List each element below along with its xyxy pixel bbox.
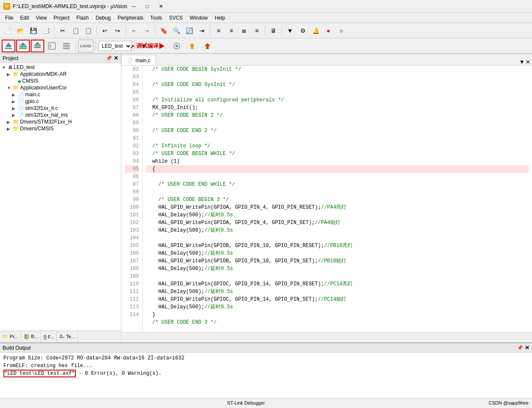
panel-tab-functions[interactable]: {} F... xyxy=(41,331,57,342)
nav-forward-button[interactable]: → xyxy=(141,25,153,37)
tab-list-button[interactable]: ▼ xyxy=(519,59,525,65)
debug-view-button[interactable] xyxy=(170,40,184,52)
menu-tools[interactable]: Tools xyxy=(147,13,166,23)
nav-back-button[interactable]: ← xyxy=(128,25,140,37)
cut-button[interactable]: ✂ xyxy=(57,25,69,37)
menu-peripherals[interactable]: Peripherals xyxy=(114,13,147,23)
minimize-button[interactable]: ─ xyxy=(127,2,140,11)
menu-svcs[interactable]: SVCS xyxy=(166,13,187,23)
bookmark-button[interactable]: 🔖 xyxy=(158,25,170,37)
load-button[interactable]: LOAD xyxy=(78,40,93,52)
build-all-button[interactable] xyxy=(31,40,44,52)
find-button[interactable]: 🔍 xyxy=(170,25,182,37)
svg-point-16 xyxy=(175,45,178,47)
save-all-button[interactable]: 📑 xyxy=(40,25,52,37)
toolbar-sep-7 xyxy=(282,26,282,36)
tree-item-drivers-cmsis[interactable]: ▶ 📁 Drivers/CMSIS xyxy=(0,125,121,132)
file-icon-stm32it: 📄 xyxy=(18,105,24,111)
tree-item-cmsis[interactable]: ◆ CMSIS xyxy=(0,78,121,84)
close-button[interactable]: ✕ xyxy=(155,2,167,11)
build-output-close-button[interactable]: ✕ xyxy=(525,345,529,351)
toolbar-extra-4[interactable]: ● xyxy=(322,25,334,37)
replace-button[interactable]: 🔄 xyxy=(183,25,195,37)
menu-flash[interactable]: Flash xyxy=(73,13,92,23)
bottom-tabs xyxy=(121,332,532,342)
project-panel: Project 📌 ✕ ▼ 🖥 LED_test ▶ 📁 Application… xyxy=(0,54,121,342)
toolbar-extra-5[interactable]: ○ xyxy=(335,25,347,37)
indent-less-button[interactable]: ≡ xyxy=(225,25,237,37)
menu-view[interactable]: View xyxy=(32,13,50,23)
flash-download-button[interactable] xyxy=(185,40,199,52)
tree-item-cmsis-label: CMSIS xyxy=(22,78,38,84)
batch-build-button[interactable] xyxy=(60,40,73,52)
expand-icon-drivers-stm: ▶ xyxy=(7,120,12,124)
project-pin-button[interactable]: 📌 xyxy=(106,55,112,61)
tree-item-mdk[interactable]: ▶ 📁 Application/MDK-AR xyxy=(0,71,121,78)
tree-item-root[interactable]: ▼ 🖥 LED_test xyxy=(0,64,121,71)
tab-mainc[interactable]: 📄 main.c xyxy=(121,55,156,65)
toolbar-sep-6 xyxy=(265,26,265,36)
new-file-button[interactable]: 📄 xyxy=(2,25,14,37)
menu-help[interactable]: Help xyxy=(211,13,229,23)
undo-button[interactable]: ↩ xyxy=(99,25,111,37)
svg-marker-1 xyxy=(5,43,12,47)
erase-button[interactable] xyxy=(201,40,214,52)
maximize-button[interactable]: □ xyxy=(141,2,154,11)
build-target-button-1[interactable] xyxy=(2,40,15,52)
build-output-header: Build Output 📌 ✕ xyxy=(0,342,532,353)
tree-item-stm32hal[interactable]: ▶ 📄 stm32f1xx_hal_ms xyxy=(0,112,121,118)
tab-bar: 📄 main.c ▼ ✕ xyxy=(121,54,532,66)
project-title: Project xyxy=(3,55,18,61)
tree-item-drivers-stm[interactable]: ▶ 📁 Drivers/STM32F1xx_H xyxy=(0,118,121,125)
menu-debug[interactable]: Debug xyxy=(92,13,114,23)
tree-item-user-label: Application/User/Cor xyxy=(20,85,67,91)
project-close-button[interactable]: ✕ xyxy=(114,55,118,61)
tree-item-mainc[interactable]: ▶ 📄 main.c xyxy=(0,91,121,98)
indent-button[interactable]: ⇥ xyxy=(196,25,208,37)
open-button[interactable]: 📂 xyxy=(14,25,26,37)
menu-bar: File Edit View Project Flash Debug Perip… xyxy=(0,13,532,23)
svg-marker-14 xyxy=(159,43,164,49)
paste-button[interactable]: 📋 xyxy=(82,25,94,37)
toolbar-extra-1[interactable]: ▼ xyxy=(284,25,296,37)
svg-marker-7 xyxy=(35,42,40,45)
svg-rect-0 xyxy=(5,48,12,49)
build-output-highlight: "LED test\LED test.axf" xyxy=(3,370,76,377)
project-select[interactable]: LED_test xyxy=(98,41,132,51)
copy-button[interactable]: 📋 xyxy=(69,25,81,37)
tree-item-stm32it[interactable]: ▶ 📄 stm32f1xx_it.c xyxy=(0,105,121,112)
code-editor[interactable]: 82 83 84 85 86 87 88 89 90 91 92 93 94 9… xyxy=(121,66,532,332)
toolbar-extra-3[interactable]: 🔔 xyxy=(310,25,322,37)
project-panel-bottom: 📁 Pr... 📗 B... {} F... 0₊ Te... xyxy=(0,330,121,342)
svg-rect-13 xyxy=(63,48,70,49)
indent-more-button[interactable]: ≡ xyxy=(213,25,224,37)
tree-item-user[interactable]: ▼ 📁 Application/User/Cor xyxy=(0,84,121,91)
menu-window[interactable]: Window xyxy=(186,13,211,23)
format-button[interactable]: ≣ xyxy=(238,25,250,37)
panel-tab-books[interactable]: 📗 B... xyxy=(21,331,41,342)
comment-button[interactable]: ≡ xyxy=(251,25,263,37)
panel-tab-project[interactable]: 📁 Pr... xyxy=(0,331,21,342)
build-output-pin-button[interactable]: 📌 xyxy=(517,345,523,351)
panel-tab-templates[interactable]: 0₊ Te... xyxy=(57,331,78,342)
menu-file[interactable]: File xyxy=(2,13,17,23)
folder-icon-mdk: 📁 xyxy=(13,71,19,77)
svg-rect-12 xyxy=(63,46,70,47)
code-content[interactable]: /* USER CODE BEGIN SysInit */ /* USER CO… xyxy=(143,66,532,332)
redo-button[interactable]: ↪ xyxy=(112,25,124,37)
translate-button[interactable]: T xyxy=(45,40,59,52)
toolbar-extra-2[interactable]: ⚙ xyxy=(297,25,309,37)
expand-icon-stm32hal: ▶ xyxy=(12,113,17,118)
menu-edit[interactable]: Edit xyxy=(17,13,32,23)
tree-item-drivers-cmsis-label: Drivers/CMSIS xyxy=(20,126,54,132)
menu-project[interactable]: Project xyxy=(50,13,73,23)
editor-close-button[interactable]: ✕ xyxy=(526,59,530,65)
build-output-content: Program Size: Code=2972 RO-data=284 RW-d… xyxy=(0,353,532,398)
editor-area: 📄 main.c ▼ ✕ 82 83 84 85 86 87 88 89 90 … xyxy=(121,54,532,342)
debug-config-button[interactable]: 🖥 xyxy=(267,25,279,37)
tab-mainc-label: main.c xyxy=(135,57,150,63)
save-button[interactable]: 💾 xyxy=(27,25,39,37)
build-line-1: Program Size: Code=2972 RO-data=284 RW-d… xyxy=(3,354,529,362)
build-target-button-2[interactable] xyxy=(16,40,30,52)
tree-item-gpioc[interactable]: ▶ 📄 gpio.c xyxy=(0,98,121,105)
